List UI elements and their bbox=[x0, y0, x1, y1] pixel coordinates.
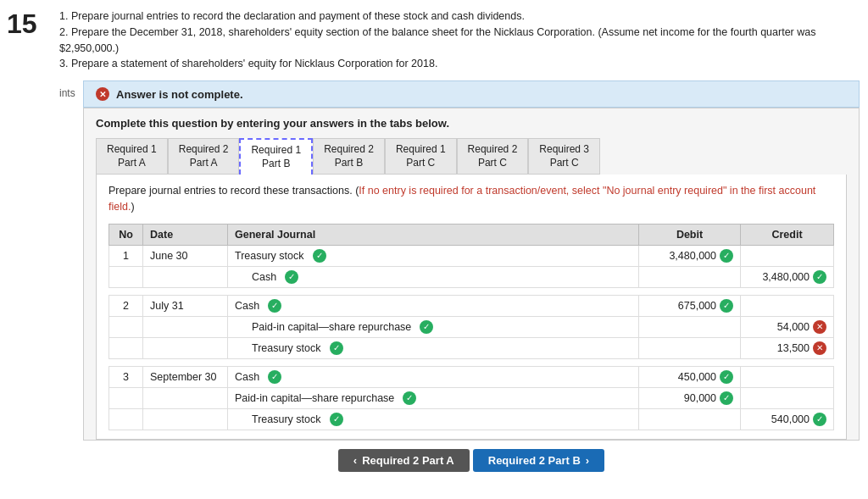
gj-check-icon: ✓ bbox=[285, 270, 298, 284]
tab-req2b[interactable]: Required 2 Part B bbox=[313, 138, 385, 175]
gj-check-icon: ✓ bbox=[268, 299, 281, 313]
debit-check-icon: ✓ bbox=[720, 299, 733, 313]
entry-debit bbox=[639, 266, 741, 287]
entry-account: Treasury stock ✓ bbox=[228, 337, 639, 358]
col-header-debit: Debit bbox=[639, 224, 741, 245]
table-row: Treasury stock ✓ 540,000 ✓ bbox=[109, 408, 834, 430]
tab-req1a[interactable]: Required 1 Part A bbox=[96, 138, 168, 175]
entry-debit: 675,000 ✓ bbox=[639, 295, 741, 316]
entry-credit bbox=[741, 245, 834, 266]
col-header-no: No bbox=[109, 224, 143, 245]
entry-credit: 540,000 ✓ bbox=[741, 408, 834, 430]
entry-account: Treasury stock ✓ bbox=[228, 245, 639, 266]
entry-debit: 90,000 ✓ bbox=[639, 387, 741, 408]
table-row: 1 June 30 Treasury stock ✓ bbox=[109, 245, 834, 266]
prev-label: Required 2 Part A bbox=[362, 454, 454, 467]
tab-req2c[interactable]: Required 2 Part C bbox=[457, 138, 529, 175]
gj-check-icon: ✓ bbox=[403, 391, 416, 405]
table-row: Cash ✓ 3,480,000 ✓ bbox=[109, 266, 834, 287]
credit-check-icon: ✓ bbox=[813, 270, 826, 284]
tab-req2a[interactable]: Required 2 Part A bbox=[168, 138, 240, 175]
col-header-credit: Credit bbox=[741, 224, 834, 245]
entry-account: Cash ✓ bbox=[228, 295, 639, 316]
tab-req1c[interactable]: Required 1 Part C bbox=[385, 138, 457, 175]
entry-no bbox=[109, 316, 143, 337]
entry-credit: 3,480,000 ✓ bbox=[741, 266, 834, 287]
content-area: Prepare journal entries to record these … bbox=[96, 175, 847, 440]
entry-date: September 30 bbox=[143, 366, 228, 387]
entry-no bbox=[109, 337, 143, 358]
debit-check-icon: ✓ bbox=[720, 391, 733, 405]
tabs-row: Required 1 Part A Required 2 Part A Requ… bbox=[96, 138, 847, 175]
bottom-nav: ‹ Required 2 Part A Required 2 Part B › bbox=[83, 441, 860, 477]
credit-check-icon: ✕ bbox=[813, 320, 826, 334]
tab-req3c[interactable]: Required 3 Part C bbox=[528, 138, 600, 175]
separator bbox=[109, 358, 834, 366]
next-chevron-icon: › bbox=[586, 454, 589, 467]
entry-debit bbox=[639, 316, 741, 337]
incomplete-icon: ✕ bbox=[96, 87, 109, 101]
table-row: 2 July 31 Cash ✓ bbox=[109, 295, 834, 316]
table-row: Paid-in capital—share repurchase ✓ 90,00… bbox=[109, 387, 834, 408]
problem-instructions: 1. Prepare journal entries to record the… bbox=[59, 8, 860, 72]
gj-check-icon: ✓ bbox=[313, 249, 326, 263]
col-header-gj: General Journal bbox=[228, 224, 639, 245]
instruction-text: Prepare journal entries to record these … bbox=[108, 183, 834, 215]
entry-date bbox=[143, 408, 228, 430]
entry-debit: 450,000 ✓ bbox=[639, 366, 741, 387]
col-header-date: Date bbox=[143, 224, 228, 245]
entry-credit: 13,500 ✕ bbox=[741, 337, 834, 358]
table-row: 3 September 30 Cash ✓ bbox=[109, 366, 834, 387]
entry-date: July 31 bbox=[143, 295, 228, 316]
next-button[interactable]: Required 2 Part B › bbox=[473, 449, 604, 472]
credit-check-icon: ✓ bbox=[813, 413, 826, 426]
next-label: Required 2 Part B bbox=[488, 454, 581, 467]
entry-no bbox=[109, 408, 143, 430]
entry-credit bbox=[741, 295, 834, 316]
credit-check-icon: ✕ bbox=[813, 341, 826, 355]
entry-account: Treasury stock ✓ bbox=[228, 408, 639, 430]
table-row: Paid-in capital—share repurchase ✓ 54,00… bbox=[109, 316, 834, 337]
complete-label: Complete this question by entering your … bbox=[96, 117, 847, 130]
prev-chevron-icon: ‹ bbox=[353, 454, 357, 467]
entry-account: Cash ✓ bbox=[228, 366, 639, 387]
incomplete-text: Answer is not complete. bbox=[116, 88, 243, 101]
entry-date bbox=[143, 266, 228, 287]
entry-no bbox=[109, 387, 143, 408]
entry-credit bbox=[741, 387, 834, 408]
entry-date: June 30 bbox=[143, 245, 228, 266]
entry-credit: 54,000 ✕ bbox=[741, 316, 834, 337]
tab-req1b[interactable]: Required 1 Part B bbox=[239, 138, 313, 175]
entry-no: 2 bbox=[109, 295, 143, 316]
entry-account: Cash ✓ bbox=[228, 266, 639, 287]
debit-check-icon: ✓ bbox=[720, 370, 733, 384]
entry-account: Paid-in capital—share repurchase ✓ bbox=[228, 316, 639, 337]
entry-no: 3 bbox=[109, 366, 143, 387]
gj-check-icon: ✓ bbox=[268, 370, 281, 384]
gj-check-icon: ✓ bbox=[330, 413, 343, 426]
entry-credit bbox=[741, 366, 834, 387]
entry-date bbox=[143, 316, 228, 337]
entry-debit bbox=[639, 408, 741, 430]
entry-no: 1 bbox=[109, 245, 143, 266]
entry-debit: 3,480,000 ✓ bbox=[639, 245, 741, 266]
entry-date bbox=[143, 387, 228, 408]
problem-number: 15 bbox=[7, 8, 53, 40]
points-label: ints bbox=[59, 80, 83, 99]
entry-no bbox=[109, 266, 143, 287]
gj-check-icon: ✓ bbox=[420, 320, 433, 334]
entry-debit bbox=[639, 337, 741, 358]
answer-incomplete-bar: ✕ Answer is not complete. bbox=[83, 80, 860, 108]
question-box: Complete this question by entering your … bbox=[83, 108, 860, 441]
gj-check-icon: ✓ bbox=[330, 341, 343, 355]
entry-account: Paid-in capital—share repurchase ✓ bbox=[228, 387, 639, 408]
table-row: Treasury stock ✓ 13,500 ✕ bbox=[109, 337, 834, 358]
debit-check-icon: ✓ bbox=[720, 249, 733, 263]
separator bbox=[109, 287, 834, 295]
entry-date bbox=[143, 337, 228, 358]
journal-table: No Date General Journal Debit Credit bbox=[108, 224, 834, 430]
prev-button[interactable]: ‹ Required 2 Part A bbox=[338, 449, 470, 472]
